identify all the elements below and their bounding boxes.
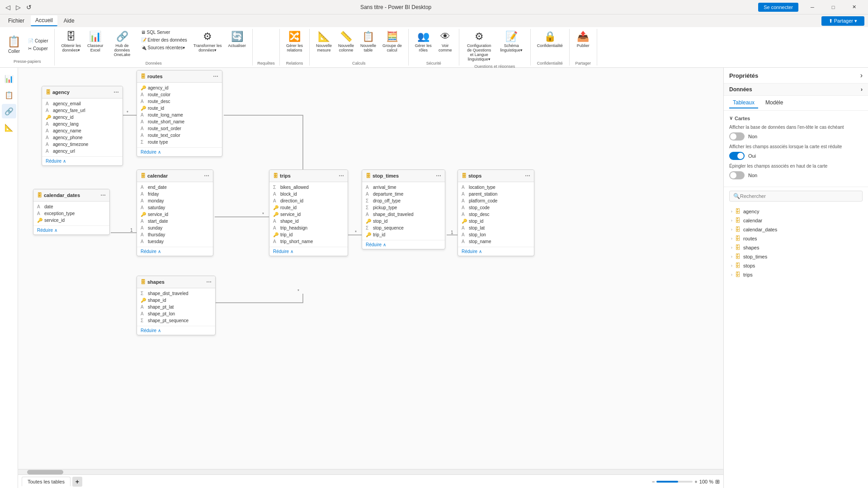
trips-body: Σbikes_allowed Ablock_id Adirection_id 🔑… — [269, 182, 348, 247]
close-btn[interactable]: ✕ — [844, 0, 864, 14]
transform-label: Transformer lesdonnées▾ — [193, 43, 222, 52]
refresh-btn[interactable]: ↺ — [24, 4, 33, 11]
forward-btn[interactable]: ▷ — [14, 4, 23, 11]
sidebar-data-icon[interactable]: 📋 — [2, 88, 16, 102]
back-btn[interactable]: ◁ — [4, 4, 12, 11]
properties-expand-btn[interactable]: › — [860, 71, 863, 80]
tree-item-calendar[interactable]: › 🗄 calendar — [729, 216, 863, 225]
search-icon: 🔍 — [733, 193, 740, 199]
calendar-more-btn[interactable]: ··· — [204, 172, 209, 179]
stoptimes-more-btn[interactable]: ··· — [436, 172, 441, 179]
refresh-button[interactable]: 🔄 Actualiser — [225, 29, 249, 50]
tree-item-trips[interactable]: › 🗄 trips — [729, 270, 863, 279]
cut-button[interactable]: ✂ Couper — [25, 45, 51, 52]
transform-button[interactable]: ⚙ Transformer lesdonnées▾ — [191, 29, 225, 54]
routes-collapse[interactable]: Réduire ∧ — [137, 147, 222, 156]
tree-item-routes[interactable]: › 🗄 routes — [729, 234, 863, 243]
cal-txt4: A — [141, 205, 146, 210]
tab-all-tables[interactable]: Toutes les tables — [22, 477, 71, 486]
sidebar-dax-icon[interactable]: 📐 — [2, 120, 16, 135]
stoptimes-collapse[interactable]: Réduire ∧ — [362, 240, 445, 249]
trips-collapse[interactable]: Réduire ∧ — [269, 247, 348, 256]
trips-txt1: A — [273, 192, 278, 197]
tree-item-calendar-dates[interactable]: › 🗄 calendar_dates — [729, 225, 863, 234]
copy-button[interactable]: 📄 Copier — [25, 38, 51, 44]
privacy-button[interactable]: 🔒 Confidentialité — [534, 29, 566, 50]
shapes-more-btn[interactable]: ··· — [206, 278, 212, 286]
table-routes: 🗄 routes ··· 🔑agency_id Aroute_color Aro… — [137, 70, 222, 157]
field-route_long_name: Aroute_long_name — [137, 112, 222, 118]
minimize-btn[interactable]: ─ — [802, 0, 823, 14]
connect-button[interactable]: Se connecter — [758, 3, 798, 12]
agency-more-btn[interactable]: ··· — [113, 89, 119, 96]
toggle-db-header[interactable] — [729, 132, 745, 141]
table-stops: 🗄 stops ··· Alocation_type Aparent_stati… — [458, 169, 534, 256]
shapes-collapse[interactable]: Réduire ∧ — [137, 326, 215, 335]
schema-button[interactable]: 📝 Schéma linguistique▾ — [496, 29, 527, 54]
get-data-button[interactable]: 🗄 Obtenir lesdonnées▾ — [58, 29, 84, 54]
field-route_color: Aroute_color — [137, 91, 222, 98]
agency-collapse[interactable]: Réduire ∧ — [42, 156, 123, 165]
add-tab-button[interactable]: + — [72, 477, 82, 487]
toggle-pin-fields[interactable] — [729, 171, 745, 179]
stops-body: Alocation_type Aparent_station Aplatform… — [458, 182, 534, 247]
caldates-collapse[interactable]: Réduire ∧ — [33, 225, 109, 235]
new-measure-button[interactable]: 📐 Nouvellemesure — [313, 29, 335, 54]
horizontal-scrollbar[interactable] — [18, 469, 723, 474]
diagram-canvas[interactable]: 1 * 1 * 1 * * 1 1 * * 1 * — [18, 68, 723, 474]
tree-item-stop-times[interactable]: › 🗄 stop_times — [729, 252, 863, 261]
publish-label: Publier — [577, 43, 590, 48]
manage-relations-button[interactable]: 🔀 Gérer lesrelations — [283, 29, 306, 54]
caldates-more-btn[interactable]: ··· — [100, 192, 106, 199]
menu-aide[interactable]: Aide — [59, 16, 79, 26]
stops-header: 🗄 stops ··· — [458, 170, 534, 182]
publish-button[interactable]: 📤 Publier — [573, 29, 593, 50]
cal-txt7: A — [141, 232, 146, 237]
shapes-body: Σshape_dist_traveled 🔑shape_id Ashape_pt… — [137, 288, 215, 326]
calendar-collapse[interactable]: Réduire ∧ — [137, 247, 213, 256]
new-table-button[interactable]: 📋 Nouvelletable — [358, 29, 379, 54]
stops-txt4: A — [462, 205, 467, 210]
donnees-expand-btn[interactable]: › — [861, 86, 863, 93]
sidebar-report-icon[interactable]: 📊 — [2, 71, 16, 86]
stops-collapse-label: Réduire ∧ — [462, 249, 482, 254]
tree-item-shapes[interactable]: › 🗄 shapes — [729, 243, 863, 252]
stops-more-btn[interactable]: ··· — [525, 172, 530, 179]
search-input[interactable] — [740, 193, 859, 199]
config-qa-button[interactable]: ⚙ Configuration de Questions et Langue l… — [463, 29, 495, 63]
maximize-btn[interactable]: □ — [823, 0, 844, 14]
hub-datalake-button[interactable]: 🔗 Hub de donnéesOneLake — [107, 29, 137, 59]
zoom-slider[interactable] — [656, 481, 693, 483]
zoom-plus-btn[interactable]: + — [694, 479, 697, 484]
view-as-button[interactable]: 👁 Voircomme — [435, 29, 455, 54]
partager-button[interactable]: ⬆ Partager ▾ — [821, 16, 864, 26]
sql-button[interactable]: 🖥 SQL Server — [138, 29, 190, 36]
excel-button[interactable]: 📊 ClasseurExcel — [85, 29, 106, 54]
datasources-button[interactable]: 🔌 Sources récentes▾ — [138, 44, 190, 51]
stops-collapse[interactable]: Réduire ∧ — [458, 247, 534, 256]
menu-accueil[interactable]: Accueil — [31, 15, 57, 26]
trips-more-btn[interactable]: ··· — [339, 172, 344, 179]
zoom-minus-btn[interactable]: − — [652, 479, 655, 484]
enter-data-button[interactable]: 📝 Entrer des données — [138, 37, 190, 43]
manage-roles-button[interactable]: 👥 Gérer lesrôles — [412, 29, 434, 54]
tab-tableaux[interactable]: Tableaux — [729, 98, 758, 108]
calc-group-button[interactable]: 🧮 Groupe decalcul — [380, 29, 405, 54]
paste-button[interactable]: 📋 Coller — [4, 33, 24, 56]
tree-item-agency[interactable]: › 🗄 agency — [729, 207, 863, 216]
sidebar-model-icon[interactable]: 🔗 — [2, 104, 16, 118]
tab-modele[interactable]: Modèle — [762, 98, 787, 108]
toggle-show-fields[interactable] — [729, 152, 745, 160]
right-panel-tabs: Tableaux Modèle — [724, 96, 868, 111]
routes-more-btn[interactable]: ··· — [213, 73, 218, 80]
agency-tree-label: agency — [743, 209, 759, 214]
scrollbar-thumb[interactable] — [27, 470, 63, 474]
data-search-box[interactable]: 🔍 — [729, 191, 863, 202]
zoom-fit-btn[interactable]: ⊞ — [715, 479, 720, 485]
new-column-button[interactable]: 📏 Nouvellecolonne — [335, 29, 357, 54]
tree-item-stops[interactable]: › 🗄 stops — [729, 261, 863, 270]
setting1-desc: Afficher la base de données dans l'en-tê… — [729, 125, 863, 130]
menu-fichier[interactable]: Fichier — [4, 16, 29, 26]
routes-sigma: Σ — [141, 140, 146, 145]
relations-buttons: 🔀 Gérer lesrelations — [283, 29, 306, 60]
